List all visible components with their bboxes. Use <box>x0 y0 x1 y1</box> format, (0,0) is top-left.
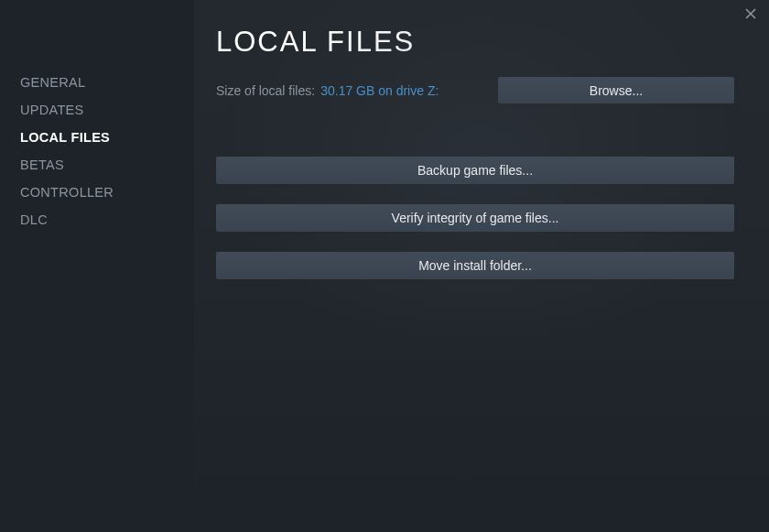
close-icon <box>745 8 756 22</box>
close-button[interactable] <box>742 5 760 24</box>
move-button[interactable]: Move install folder... <box>216 252 734 279</box>
main-panel: LOCAL FILES Size of local files: 30.17 G… <box>194 0 769 532</box>
verify-button[interactable]: Verify integrity of game files... <box>216 204 734 232</box>
page-title: LOCAL FILES <box>216 26 734 59</box>
browse-button[interactable]: Browse... <box>498 77 734 103</box>
sidebar-item-dlc[interactable]: DLC <box>20 206 194 233</box>
backup-button[interactable]: Backup game files... <box>216 157 734 184</box>
sidebar-item-updates[interactable]: UPDATES <box>20 96 194 124</box>
sidebar-item-local-files[interactable]: LOCAL FILES <box>20 124 194 151</box>
size-row: Size of local files: 30.17 GB on drive Z… <box>216 77 734 103</box>
sidebar-item-betas[interactable]: BETAS <box>20 151 194 179</box>
sidebar: GENERAL UPDATES LOCAL FILES BETAS CONTRO… <box>0 0 194 532</box>
size-value-link[interactable]: 30.17 GB on drive Z: <box>320 83 439 98</box>
properties-dialog: GENERAL UPDATES LOCAL FILES BETAS CONTRO… <box>0 0 769 532</box>
size-label: Size of local files: <box>216 83 315 98</box>
sidebar-item-general[interactable]: GENERAL <box>20 69 194 96</box>
sidebar-item-controller[interactable]: CONTROLLER <box>20 179 194 206</box>
